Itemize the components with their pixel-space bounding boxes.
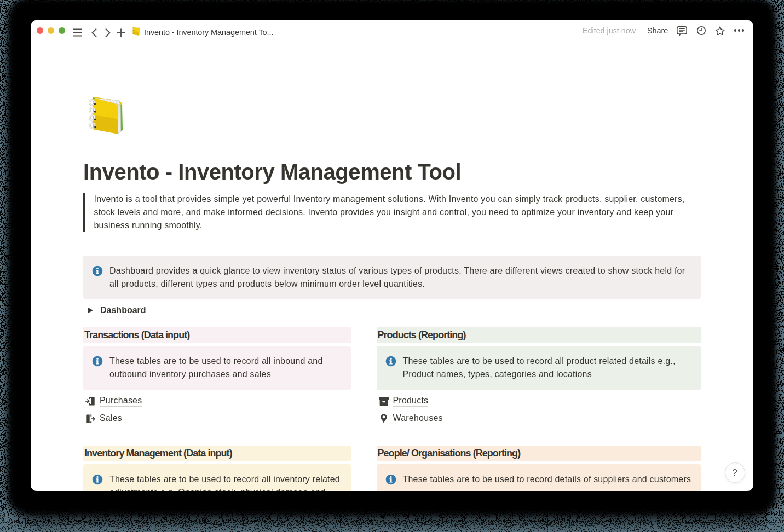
section-header-transactions: Transactions (Data input) bbox=[83, 327, 351, 343]
callout-inventory: These tables are to be used to record al… bbox=[83, 464, 351, 491]
door-enter-icon bbox=[85, 396, 96, 407]
callout-people: These tables are to be used to record de… bbox=[377, 464, 701, 491]
archive-box-icon bbox=[378, 396, 389, 407]
more-icon[interactable] bbox=[734, 29, 745, 31]
callout-text: These tables are to be used to record al… bbox=[109, 473, 342, 491]
info-icon bbox=[92, 474, 103, 485]
link-label: Purchases bbox=[100, 396, 142, 407]
section-header-inventory: Inventory Management (Data input) bbox=[83, 446, 351, 461]
section-header-people: People/ Organisations (Reporting) bbox=[377, 446, 701, 461]
info-icon bbox=[92, 356, 103, 367]
info-icon bbox=[385, 356, 396, 367]
link-label: Products bbox=[393, 396, 429, 407]
notion-window: Invento - Inventory Management To... Edi… bbox=[31, 20, 753, 491]
link-warehouses[interactable]: Warehouses bbox=[378, 410, 443, 427]
quote-block: Invento is a tool that provides simple y… bbox=[83, 193, 701, 232]
info-icon bbox=[92, 265, 103, 276]
link-sales[interactable]: Sales bbox=[85, 410, 122, 427]
toggle-triangle-icon[interactable] bbox=[88, 308, 93, 313]
section-header-products: Products (Reporting) bbox=[377, 327, 701, 343]
favorite-star-icon[interactable] bbox=[715, 26, 725, 36]
page-title: Invento - Inventory Management Tool bbox=[83, 160, 461, 184]
callout-dashboard: Dashboard provides a quick glance to vie… bbox=[83, 256, 701, 299]
door-exit-icon bbox=[85, 413, 96, 424]
toggle-label: Dashboard bbox=[100, 303, 146, 317]
callout-products: These tables are to be used to record al… bbox=[377, 346, 701, 390]
page-icon-ledger[interactable] bbox=[87, 95, 125, 136]
callout-text: These tables are to be used to record al… bbox=[109, 355, 323, 381]
help-button[interactable]: ? bbox=[725, 462, 745, 483]
page-content: Invento - Inventory Management Tool Inve… bbox=[83, 20, 701, 491]
map-pin-icon bbox=[378, 413, 389, 424]
link-label: Sales bbox=[100, 413, 122, 424]
callout-transactions: These tables are to be used to record al… bbox=[83, 346, 351, 390]
link-purchases[interactable]: Purchases bbox=[85, 393, 142, 409]
info-icon bbox=[385, 474, 396, 485]
callout-text: Dashboard provides a quick glance to vie… bbox=[109, 264, 685, 291]
link-label: Warehouses bbox=[393, 413, 443, 424]
callout-text: These tables are to be used to record de… bbox=[403, 473, 691, 491]
link-products[interactable]: Products bbox=[378, 393, 429, 409]
callout-text: These tables are to be used to record al… bbox=[403, 355, 676, 381]
